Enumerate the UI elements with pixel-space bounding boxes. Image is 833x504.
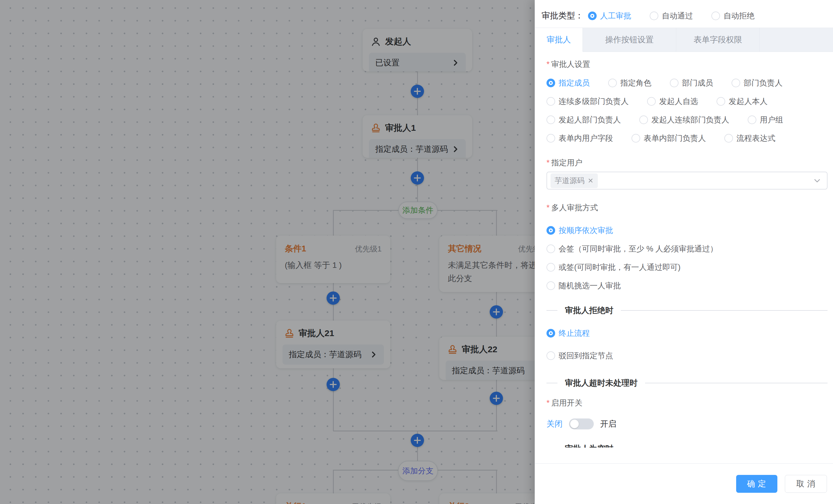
- radio-icon: [650, 11, 658, 20]
- radio-icon: [547, 245, 555, 253]
- radio-icon: [724, 134, 733, 143]
- radio-form-dept-leader[interactable]: 表单内部门负责人: [632, 133, 706, 144]
- approval-type-row: 审批类型： 人工审批 自动通过 自动拒绝: [535, 0, 833, 25]
- approver-setting-row2: 连续多级部门负责人 发起人自选 发起人本人: [547, 92, 828, 110]
- flow-canvas[interactable]: 发起人 已设置 审批人1 指定成员：芋道源码 添加条件: [0, 0, 535, 504]
- approver-setting-row1: 指定成员 指定角色 部门成员 部门负责人: [547, 74, 828, 92]
- approval-type-label: 审批类型：: [542, 10, 584, 22]
- radio-dept-member[interactable]: 部门成员: [670, 78, 713, 88]
- radio-countersign[interactable]: 会签（可同时审批，至少 % 人必须审批通过）: [547, 244, 718, 254]
- assign-user-select[interactable]: 芋道源码: [547, 172, 828, 190]
- enable-toggle[interactable]: [569, 419, 594, 429]
- toggle-knob: [570, 420, 579, 428]
- radio-icon: [547, 263, 555, 272]
- radio-return-to-node[interactable]: 驳回到指定节点: [547, 351, 613, 361]
- tab-approver[interactable]: 审批人: [535, 28, 583, 52]
- radio-initiator-select[interactable]: 发起人自选: [647, 96, 698, 106]
- divider-line: [547, 310, 557, 311]
- approver-setting-row3: 发起人部门负责人 发起人连续部门负责人 用户组: [547, 110, 828, 129]
- multi-approve-option: 或签(可同时审批，有一人通过即可): [547, 258, 828, 276]
- radio-icon: [748, 116, 756, 124]
- confirm-button[interactable]: 确定: [736, 475, 778, 493]
- radio-sequential-approve[interactable]: 按顺序依次审批: [547, 225, 613, 235]
- close-icon[interactable]: [588, 177, 594, 184]
- radio-icon: [632, 134, 640, 143]
- radio-user-group[interactable]: 用户组: [748, 115, 783, 125]
- approver-setting-label: * 审批人设置: [547, 59, 828, 69]
- radio-assigned-member[interactable]: 指定成员: [547, 78, 590, 88]
- config-panel: 审批类型： 人工审批 自动通过 自动拒绝 审批人 操作按钮设置 表单字段权限: [535, 0, 833, 504]
- radio-initiator-self[interactable]: 发起人本人: [717, 96, 767, 106]
- radio-icon: [711, 11, 720, 20]
- panel-content[interactable]: * 审批人设置 指定成员 指定角色 部门成员 部门负责人 连续多级部门负责人 发…: [547, 51, 828, 448]
- tab-form-field-permission[interactable]: 表单字段权限: [676, 28, 760, 52]
- radio-icon: [647, 97, 656, 106]
- radio-terminate-flow[interactable]: 终止流程: [547, 328, 590, 338]
- reject-option: 驳回到指定节点: [547, 345, 828, 367]
- radio-approval-type-auto-approve[interactable]: 自动通过: [650, 11, 693, 21]
- radio-icon: [732, 79, 740, 87]
- radio-approval-type-manual[interactable]: 人工审批: [588, 11, 631, 21]
- radio-icon: [547, 116, 555, 124]
- radio-initiator-dept-leader[interactable]: 发起人部门负责人: [547, 115, 621, 125]
- canvas-dim-overlay: [0, 0, 535, 504]
- radio-multi-level-dept-leader[interactable]: 连续多级部门负责人: [547, 96, 629, 106]
- workflow-designer: 发起人 已设置 审批人1 指定成员：芋道源码 添加条件: [0, 0, 833, 504]
- timeout-section-divider: 审批人超时未处理时: [547, 377, 828, 389]
- radio-icon: [547, 329, 555, 337]
- switch-off-label[interactable]: 关闭: [547, 419, 563, 429]
- empty-section-divider-clipped: 审批人为空时: [547, 443, 828, 448]
- reject-option: 终止流程: [547, 322, 828, 345]
- radio-icon: [547, 134, 555, 143]
- radio-icon: [588, 11, 597, 20]
- radio-icon: [547, 79, 555, 87]
- reject-section-divider: 审批人拒绝时: [547, 305, 828, 316]
- multi-approve-option: 随机挑选一人审批: [547, 276, 828, 295]
- divider-line: [645, 383, 828, 383]
- user-tag: 芋道源码: [550, 173, 598, 188]
- radio-icon: [547, 281, 555, 290]
- chevron-down-icon[interactable]: [813, 177, 821, 184]
- radio-dept-leader[interactable]: 部门负责人: [732, 78, 783, 88]
- enable-switch-label: * 启用开关: [547, 398, 828, 408]
- radio-icon: [639, 116, 648, 124]
- radio-icon: [547, 97, 555, 106]
- divider-line: [621, 310, 828, 311]
- radio-icon: [670, 79, 679, 87]
- radio-flow-expression[interactable]: 流程表达式: [724, 133, 775, 144]
- assign-user-label: * 指定用户: [547, 158, 828, 168]
- approver-setting-row4: 表单内用户字段 表单内部门负责人 流程表达式: [547, 129, 828, 148]
- panel-footer: 确定 取消: [535, 463, 833, 504]
- radio-form-user-field[interactable]: 表单内用户字段: [547, 133, 613, 144]
- switch-on-label[interactable]: 开启: [600, 419, 616, 429]
- panel-tabs: 审批人 操作按钮设置 表单字段权限: [535, 28, 833, 52]
- radio-icon: [547, 226, 555, 235]
- multi-approve-option: 按顺序依次审批: [547, 221, 828, 240]
- required-mark: *: [547, 398, 550, 408]
- cancel-button[interactable]: 取消: [785, 475, 827, 493]
- divider-line: [547, 383, 557, 383]
- required-mark: *: [547, 59, 550, 69]
- tab-strip-filler: [760, 28, 833, 52]
- required-mark: *: [547, 203, 550, 212]
- radio-approval-type-auto-reject[interactable]: 自动拒绝: [711, 11, 755, 21]
- required-mark: *: [547, 158, 550, 168]
- radio-initiator-multi-dept-leader[interactable]: 发起人连续部门负责人: [639, 115, 729, 125]
- radio-or-sign[interactable]: 或签(可同时审批，有一人通过即可): [547, 262, 681, 273]
- tab-button-settings[interactable]: 操作按钮设置: [583, 28, 676, 52]
- radio-random-one[interactable]: 随机挑选一人审批: [547, 280, 621, 291]
- enable-switch-row: 关闭 开启: [547, 418, 828, 430]
- radio-assigned-role[interactable]: 指定角色: [608, 78, 651, 88]
- multi-approve-option: 会签（可同时审批，至少 % 人必须审批通过）: [547, 240, 828, 258]
- radio-icon: [547, 351, 555, 360]
- multi-approve-label: * 多人审批方式: [547, 203, 828, 212]
- radio-icon: [608, 79, 617, 87]
- radio-icon: [717, 97, 725, 106]
